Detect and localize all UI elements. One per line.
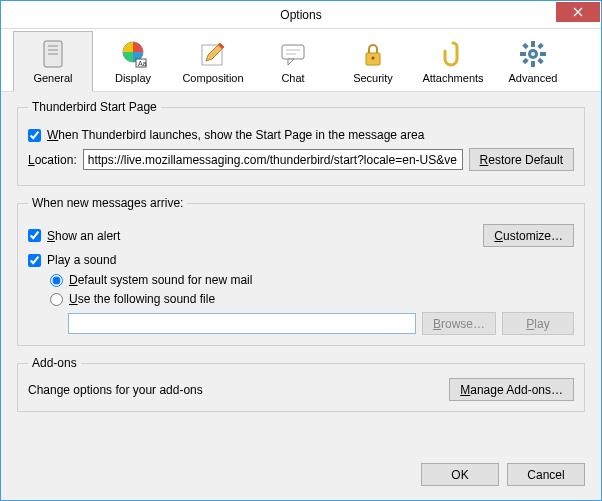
titlebar: Options [1, 1, 601, 29]
tab-chat[interactable]: Chat [253, 31, 333, 91]
default-sound-radio[interactable] [50, 274, 63, 287]
location-input[interactable] [83, 149, 463, 170]
svg-rect-16 [520, 52, 526, 56]
tab-composition[interactable]: Composition [173, 31, 253, 91]
composition-icon [197, 38, 229, 70]
messages-legend: When new messages arrive: [28, 196, 187, 210]
tab-attachments-label: Attachments [422, 72, 483, 84]
location-label: Location: [28, 153, 77, 167]
svg-point-22 [531, 52, 535, 56]
tab-security-label: Security [353, 72, 393, 84]
play-button[interactable]: Play [502, 312, 574, 335]
tab-strip: General Aa Display Composition Chat Secu… [1, 29, 601, 92]
tab-general[interactable]: General [13, 31, 93, 92]
tab-display-label: Display [115, 72, 151, 84]
tab-advanced[interactable]: Advanced [493, 31, 573, 91]
tab-composition-label: Composition [182, 72, 243, 84]
svg-rect-21 [522, 58, 528, 64]
dialog-footer: OK Cancel [421, 463, 585, 486]
tab-chat-label: Chat [281, 72, 304, 84]
options-window: Options General Aa Display Composition [0, 0, 602, 501]
startpage-group: Thunderbird Start Page When Thunderbird … [17, 100, 585, 186]
svg-rect-17 [540, 52, 546, 56]
browse-button[interactable]: Browse… [422, 312, 496, 335]
tab-display[interactable]: Aa Display [93, 31, 173, 91]
ok-button[interactable]: OK [421, 463, 499, 486]
svg-rect-19 [537, 58, 543, 64]
security-icon [357, 38, 389, 70]
svg-rect-18 [522, 43, 528, 49]
addons-group: Add-ons Change options for your add-ons … [17, 356, 585, 412]
close-button[interactable] [556, 2, 600, 22]
play-sound-checkbox[interactable] [28, 254, 41, 267]
custom-sound-label: Use the following sound file [69, 292, 215, 306]
messages-group: When new messages arrive: Show an alert … [17, 196, 585, 346]
manage-addons-button[interactable]: Manage Add-ons… [449, 378, 574, 401]
show-alert-checkbox[interactable] [28, 229, 41, 242]
svg-rect-15 [531, 61, 535, 67]
addons-legend: Add-ons [28, 356, 81, 370]
general-icon [37, 38, 69, 70]
svg-rect-8 [282, 45, 304, 59]
cancel-button[interactable]: Cancel [507, 463, 585, 486]
advanced-icon [517, 38, 549, 70]
show-alert-label: Show an alert [47, 229, 120, 243]
restore-default-button[interactable]: Restore Default [469, 148, 574, 171]
window-title: Options [1, 8, 601, 22]
show-startpage-checkbox[interactable] [28, 129, 41, 142]
default-sound-label: Default system sound for new mail [69, 273, 252, 287]
svg-rect-20 [537, 43, 543, 49]
attachments-icon [437, 38, 469, 70]
svg-rect-3 [48, 53, 58, 55]
svg-rect-14 [531, 41, 535, 47]
svg-text:Aa: Aa [138, 60, 147, 67]
customize-button[interactable]: Customize… [483, 224, 574, 247]
svg-rect-2 [48, 49, 58, 51]
svg-rect-1 [48, 45, 58, 47]
content-area: Thunderbird Start Page When Thunderbird … [1, 92, 601, 430]
startpage-legend: Thunderbird Start Page [28, 100, 161, 114]
close-icon [573, 7, 583, 17]
tab-attachments[interactable]: Attachments [413, 31, 493, 91]
svg-point-12 [372, 57, 375, 60]
tab-security[interactable]: Security [333, 31, 413, 91]
custom-sound-radio[interactable] [50, 293, 63, 306]
soundfile-input[interactable] [68, 313, 416, 334]
addons-desc: Change options for your add-ons [28, 383, 203, 397]
tab-advanced-label: Advanced [509, 72, 558, 84]
show-startpage-label: When Thunderbird launches, show the Star… [47, 128, 424, 142]
play-sound-label: Play a sound [47, 253, 116, 267]
chat-icon [277, 38, 309, 70]
tab-general-label: General [33, 72, 72, 84]
display-icon: Aa [117, 38, 149, 70]
